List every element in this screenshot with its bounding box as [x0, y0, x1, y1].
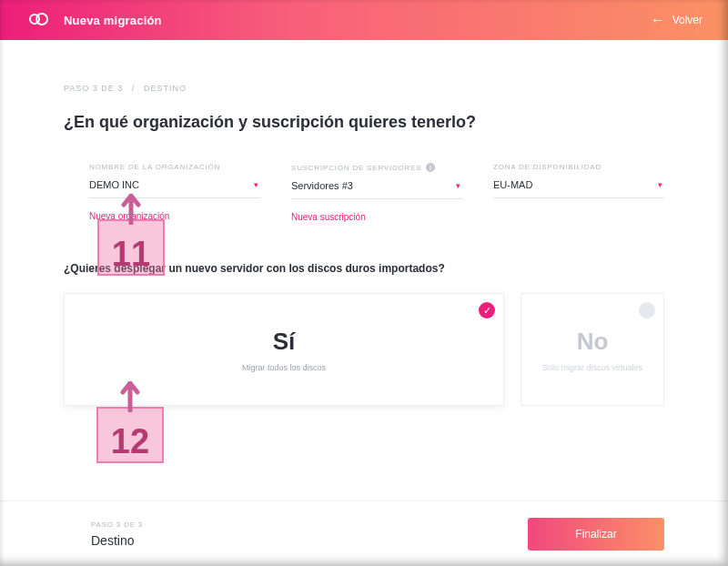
subscription-selector: SUSCRIPCIÓN DE SERVIDORES i Servidores #…	[291, 163, 462, 222]
new-org-link[interactable]: Nueva organización	[89, 211, 260, 221]
card-no-sub: Solo migrar discos virtuales	[542, 363, 642, 372]
page-title: Nueva migración	[64, 14, 162, 27]
top-bar: Nueva migración ← Volver	[0, 0, 728, 40]
zone-selector: ZONA DE DISPONIBILIDAD EU-MAD ▾	[493, 163, 664, 222]
arrow-left-icon: ←	[651, 12, 665, 28]
option-cards: ✓ Sí Migrar todos los discos ✓ No Solo m…	[64, 293, 664, 406]
zone-dropdown[interactable]: EU-MAD ▾	[493, 179, 664, 198]
card-yes-sub: Migrar todos los discos	[242, 363, 326, 372]
back-button[interactable]: ← Volver	[651, 12, 703, 28]
footer-bar: PASO 3 DE 3 Destino Finalizar	[0, 500, 728, 566]
info-icon[interactable]: i	[426, 163, 435, 172]
card-yes[interactable]: ✓ Sí Migrar todos los discos	[64, 293, 504, 406]
sub-dropdown[interactable]: Servidores #3 ▾	[291, 180, 462, 199]
caret-down-icon: ▾	[456, 181, 460, 190]
new-sub-link[interactable]: Nueva suscripción	[291, 212, 462, 222]
zone-label: ZONA DE DISPONIBILIDAD	[493, 163, 664, 171]
sub-value: Servidores #3	[291, 180, 353, 191]
svg-point-1	[36, 14, 47, 25]
card-yes-title: Sí	[273, 328, 296, 356]
finish-button[interactable]: Finalizar	[528, 518, 664, 551]
breadcrumb: PASO 3 DE 3 / DESTINO	[64, 84, 664, 93]
org-dropdown[interactable]: DEMO INC ▾	[89, 179, 260, 198]
card-no-title: No	[577, 328, 609, 356]
org-label: NOMBRE DE LA ORGANIZACIÓN	[89, 163, 260, 171]
sub-label: SUSCRIPCIÓN DE SERVIDORES i	[291, 163, 462, 172]
org-value: DEMO INC	[89, 179, 139, 190]
main-question: ¿En qué organización y suscripción quier…	[64, 113, 664, 132]
empty-check-icon: ✓	[639, 302, 655, 318]
breadcrumb-section: DESTINO	[144, 84, 187, 93]
caret-down-icon: ▾	[658, 180, 662, 189]
logo-cloud-icon	[25, 8, 53, 32]
annotation-12-text: 12	[111, 422, 149, 461]
org-selector: NOMBRE DE LA ORGANIZACIÓN DEMO INC ▾ Nue…	[89, 163, 260, 222]
sub-label-text: SUSCRIPCIÓN DE SERVIDORES	[291, 164, 421, 172]
check-icon: ✓	[479, 302, 495, 318]
back-label: Volver	[672, 14, 703, 26]
caret-down-icon: ▾	[254, 180, 258, 189]
annotation-12: 12	[96, 407, 164, 463]
zone-value: EU-MAD	[493, 179, 532, 190]
breadcrumb-sep: /	[132, 84, 136, 93]
selector-row: NOMBRE DE LA ORGANIZACIÓN DEMO INC ▾ Nue…	[64, 163, 664, 222]
main-content: PASO 3 DE 3 / DESTINO ¿En qué organizaci…	[0, 40, 728, 406]
footer-step: PASO 3 DE 3	[91, 521, 143, 529]
deploy-question: ¿Quieres desplegar un nuevo servidor con…	[64, 262, 664, 275]
card-no[interactable]: ✓ No Solo migrar discos virtuales	[521, 293, 664, 406]
footer-section: Destino	[91, 533, 143, 548]
breadcrumb-step: PASO 3 DE 3	[64, 84, 123, 93]
